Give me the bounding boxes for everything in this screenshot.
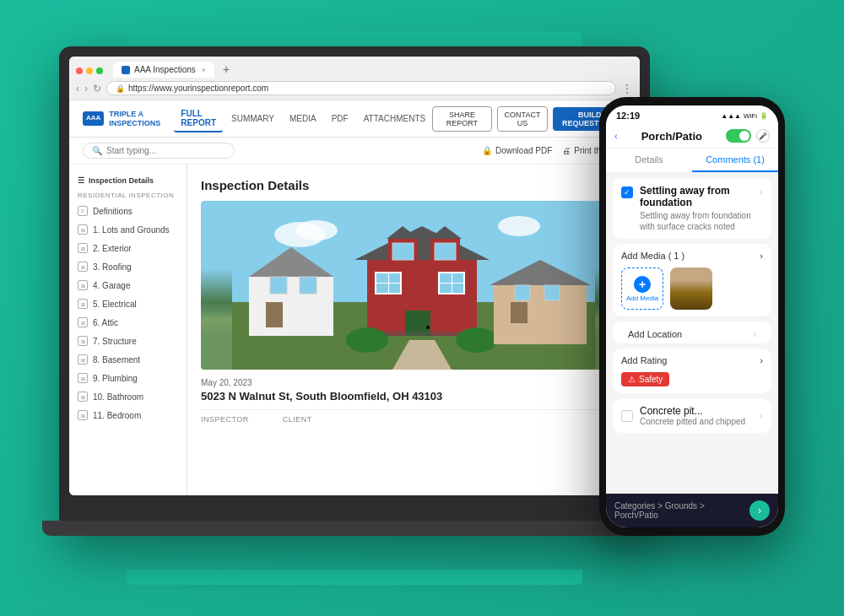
sidebar-item-bedroom[interactable]: ⊞ 11. Bedroom (69, 406, 187, 424)
location-section: Add Location › (613, 322, 771, 343)
sidebar-item-basement[interactable]: ⊞ 8. Basement (69, 350, 187, 369)
forward-button[interactable]: › (84, 83, 88, 95)
exterior-icon: ⊞ (78, 243, 88, 253)
lock-icon: 🔒 (116, 84, 125, 93)
phone-screen: 12:19 ▲▲▲ WiFi 🔋 ‹ Porch/Patio 🎤 (606, 105, 778, 527)
back-button[interactable]: ‹ (76, 83, 79, 95)
report-date: May 20, 2023 (201, 378, 626, 387)
plumbing-icon: ⊞ (78, 373, 88, 383)
browser-dots (76, 68, 103, 74)
sidebar-item-roofing[interactable]: ⊞ 3. Roofing (69, 257, 187, 276)
footer-arrow-button[interactable]: › (749, 500, 770, 521)
report-address: 5023 N Walnut St, South Bloomfield, OH 4… (201, 390, 626, 403)
new-tab-button[interactable]: + (218, 62, 235, 76)
toggle-switch[interactable] (726, 129, 751, 143)
sidebar-item-exterior[interactable]: ⊞ 2. Exterior (69, 239, 187, 257)
sidebar-item-lots[interactable]: ⊞ 1. Lots and Grounds (69, 220, 187, 239)
structure-icon: ⊞ (78, 336, 88, 346)
nav-attachments[interactable]: ATTACHMENTS (357, 111, 433, 127)
rating-chevron-icon: › (760, 355, 763, 365)
phone-controls: 🎤 (726, 129, 770, 143)
sidebar-item-bathroom[interactable]: ⊞ 10. Bathroom (69, 387, 187, 406)
nav-media[interactable]: MEDIA (283, 111, 323, 127)
report-labels: INSPECTOR CLIENT (201, 409, 626, 424)
search-bar-area: 🔍 🔒 Download PDF 🖨 Print this view (69, 138, 640, 165)
report-image (201, 201, 626, 370)
svg-rect-33 (494, 285, 587, 344)
phone-tab-details[interactable]: Details (606, 149, 692, 172)
share-report-button[interactable]: SHARE REPORT (432, 106, 491, 132)
sidebar-item-garage[interactable]: ⊞ 4. Garage (69, 276, 187, 294)
concrete-chevron-icon: › (760, 410, 763, 422)
concrete-title: Concrete pit... (640, 405, 753, 417)
browser-menu-icon[interactable]: ⋮ (621, 82, 633, 95)
svg-point-31 (346, 327, 388, 353)
safety-label: Safety (639, 375, 663, 384)
nav-summary[interactable]: SUMMARY (225, 111, 281, 127)
settling-section: ✓ Settling away from foundation Settling… (613, 178, 771, 239)
phone-header: ‹ Porch/Patio 🎤 (606, 124, 778, 149)
search-input[interactable] (106, 146, 225, 155)
status-icons: ▲▲▲ WiFi 🔋 (721, 112, 768, 120)
nav-actions: SHARE REPORT CONTACT US BUILD REQUEST LI… (432, 106, 626, 132)
dot-yellow[interactable] (86, 68, 93, 74)
bedroom-icon: ⊞ (78, 410, 88, 420)
add-location-row[interactable]: Add Location › (613, 322, 771, 343)
svg-rect-9 (300, 277, 316, 294)
add-media-plus-icon: + (634, 276, 651, 293)
search-icon: 🔍 (92, 146, 102, 155)
concrete-row[interactable]: Concrete pit... Concrete pitted and chip… (613, 398, 771, 433)
mic-icon[interactable]: 🎤 (756, 129, 770, 143)
sidebar-item-attic[interactable]: ⊞ 6. Attic (69, 313, 187, 332)
settling-row[interactable]: ✓ Settling away from foundation Settling… (613, 178, 771, 239)
address-bar[interactable]: 🔒 https://www.yourinspectionreport.com (106, 81, 616, 95)
refresh-button[interactable]: ↻ (93, 83, 101, 95)
sidebar: ☰ Inspection Details RESIDENTIAL INSPECT… (69, 165, 187, 495)
battery-icon: 🔋 (760, 112, 768, 120)
sidebar-item-structure[interactable]: ⊞ 7. Structure (69, 332, 187, 350)
report-title: Inspection Details (201, 178, 626, 192)
phone-back-button[interactable]: ‹ (614, 131, 618, 141)
download-pdf-link[interactable]: 🔒 Download PDF (482, 146, 552, 155)
browser-chrome: AAA Inspections × + ‹ › ↻ 🔒 https://www.… (69, 57, 640, 100)
contact-us-button[interactable]: CONTACT US (497, 106, 549, 132)
garage-icon: ⊞ (78, 280, 88, 290)
settling-title: Settling away from foundation (640, 185, 753, 208)
phone-tab-comments[interactable]: Comments (1) (692, 149, 778, 172)
svg-point-2 (295, 220, 338, 240)
media-thumbnail[interactable] (670, 267, 712, 310)
wifi-icon: WiFi (744, 112, 757, 120)
svg-rect-8 (270, 277, 287, 294)
signal-icon: ▲▲▲ (721, 112, 741, 120)
toggle-thumb (739, 131, 749, 141)
website: AAA TRIPLE AINSPECTIONS FULL REPORT SUMM… (69, 100, 640, 495)
basement-icon: ⊞ (78, 354, 88, 365)
media-label: Add Media ( 1 ) › (613, 244, 771, 264)
sidebar-item-plumbing[interactable]: ⊞ 9. Plumbing (69, 369, 187, 387)
phone-tabs: Details Comments (1) (606, 149, 778, 173)
browser-tab[interactable]: AAA Inspections × (113, 62, 214, 78)
concrete-content: Concrete pit... Concrete pitted and chip… (640, 405, 753, 426)
location-chevron-icon: › (753, 328, 756, 340)
laptop-screen: AAA Inspections × + ‹ › ↻ 🔒 https://www.… (69, 57, 640, 495)
logo-area: AAA TRIPLE AINSPECTIONS (83, 110, 160, 128)
safety-badge: ⚠ Safety (621, 372, 669, 386)
sidebar-item-definitions[interactable]: ≡ Definitions (69, 202, 187, 220)
svg-rect-36 (515, 285, 530, 300)
nav-full-report[interactable]: FULL REPORT (174, 105, 223, 132)
sidebar-item-electrical[interactable]: ⊞ 5. Electrical (69, 294, 187, 313)
tab-close-icon[interactable]: × (202, 66, 206, 74)
add-media-button[interactable]: + Add Media (621, 267, 663, 310)
dot-red[interactable] (76, 68, 83, 74)
nav-links: FULL REPORT SUMMARY MEDIA PDF ATTACHMENT… (174, 105, 432, 132)
svg-point-32 (456, 327, 498, 353)
definitions-icon: ≡ (78, 206, 88, 216)
dot-green[interactable] (96, 68, 103, 74)
svg-rect-37 (544, 285, 560, 300)
rating-label: Add Rating › (621, 355, 763, 365)
settling-check: ✓ (621, 186, 633, 198)
back-chevron-icon: ‹ (614, 131, 618, 141)
settling-chevron-icon: › (760, 186, 763, 198)
svg-rect-5 (249, 277, 333, 344)
nav-pdf[interactable]: PDF (325, 111, 355, 127)
